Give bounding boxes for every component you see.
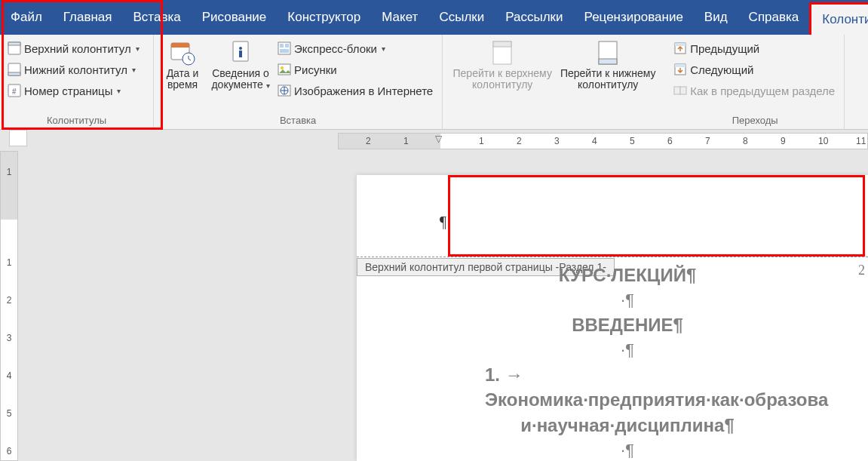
chevron-down-icon: ▾ [132, 66, 136, 74]
tab-insert[interactable]: Вставка [123, 0, 192, 35]
ruler-tick: 6 [667, 134, 673, 149]
svg-rect-27 [675, 64, 686, 67]
tab-help[interactable]: Справка [738, 0, 810, 35]
page-number-icon: # [8, 84, 21, 97]
group-transitions: Предыдущий Следующий Как в предыдущем ра… [666, 35, 845, 129]
document-page[interactable]: ¶ Верхний колонтитул первой страницы -Ра… [357, 175, 868, 461]
svg-rect-15 [280, 49, 289, 53]
docinfo-label-2: документе [211, 78, 262, 91]
highlight-header-area [448, 175, 865, 257]
link-previous-button[interactable]: Как в предыдущем разделе [672, 80, 838, 101]
online-picture-icon [278, 84, 291, 97]
picture-icon [278, 63, 291, 76]
tab-design[interactable]: Конструктор [277, 0, 371, 35]
ruler-tick: 4 [1, 370, 17, 381]
header-label: Верхний колонтитул [24, 42, 131, 55]
svg-rect-28 [674, 87, 680, 94]
group-title-headerfooter: Колонтитулы [6, 114, 147, 128]
page-number-button[interactable]: # Номер страницы ▾ [6, 80, 143, 101]
footer-button[interactable]: Нижний колонтитул ▾ [6, 59, 143, 80]
ruler-tick: 3 [554, 134, 560, 149]
ruler-tick: 9 [781, 134, 786, 149]
group-headerfooter: Верхний колонтитул ▾ Нижний колонтитул ▾… [0, 35, 154, 129]
vertical-ruler[interactable]: 1 1 2 3 4 5 6 [0, 151, 18, 461]
goto-footer-button[interactable]: Перейти к нижнему колонтитулу [556, 38, 660, 91]
previous-icon [673, 41, 687, 55]
previous-label: Предыдущий [690, 42, 759, 55]
ribbon-tabs: Файл Главная Вставка Рисование Конструкт… [0, 0, 868, 35]
group-title-nav [449, 114, 660, 128]
tab-file[interactable]: Файл [0, 0, 53, 35]
next-button[interactable]: Следующий [672, 59, 838, 80]
datetime-button[interactable]: Дата и время [160, 38, 205, 91]
tab-review[interactable]: Рецензирование [574, 0, 694, 35]
docinfo-label-1: Сведения о [212, 68, 269, 79]
svg-rect-29 [680, 87, 686, 94]
goto-header-icon [489, 39, 516, 66]
goto-header-label-2: колонтитулу [472, 79, 532, 91]
svg-point-17 [281, 66, 284, 69]
indent-marker-icon[interactable]: ▽ [435, 134, 442, 144]
horizontal-ruler[interactable]: 2 1 ▽ 1 2 3 4 5 6 7 8 9 10 11 [338, 133, 868, 149]
ruler-tick: 5 [1, 408, 17, 419]
online-pictures-button[interactable]: Изображения в Интернете [276, 80, 436, 101]
goto-footer-icon [594, 39, 621, 66]
document-body[interactable]: КУРС·ЛЕКЦИЙ¶ ·¶ ВВЕДЕНИЕ¶ ·¶ 1. → Эконом… [387, 262, 868, 461]
paragraph-mark-icon: ¶ [440, 214, 446, 231]
next-icon [673, 63, 687, 76]
doc-para: ·¶ [387, 339, 868, 361]
quick-parts-icon [278, 41, 291, 55]
ruler-tick: 1 [1, 167, 17, 177]
goto-footer-label-1: Перейти к нижнему [560, 68, 656, 79]
tab-mailings[interactable]: Рассылки [495, 0, 573, 35]
tab-view[interactable]: Вид [694, 0, 738, 35]
previous-button[interactable]: Предыдущий [672, 38, 838, 59]
footer-icon [8, 63, 21, 76]
goto-header-button[interactable]: Перейти к верхнему колонтитулу [449, 38, 556, 91]
page-number-label: Номер страницы [24, 85, 112, 97]
tab-draw[interactable]: Рисование [192, 0, 278, 35]
chevron-down-icon: ▾ [382, 45, 385, 53]
svg-rect-14 [285, 44, 289, 48]
quickparts-label: Экспресс-блоки [294, 42, 377, 55]
ruler-corner-box [9, 130, 27, 146]
tab-home[interactable]: Главная [53, 0, 123, 35]
group-title-transitions: Переходы [672, 114, 838, 128]
ruler-tick: 8 [743, 134, 748, 149]
doc-para: ·¶ [387, 289, 868, 312]
goto-header-label-1: Перейти к верхнему [453, 68, 552, 79]
link-previous-icon [673, 84, 687, 97]
next-label: Следующий [690, 63, 753, 76]
group-navigation: Перейти к верхнему колонтитулу Перейти к… [443, 35, 666, 129]
quickparts-button[interactable]: Экспресс-блоки ▾ [276, 38, 436, 59]
docinfo-button[interactable]: Сведения о документе ▾ [208, 38, 273, 91]
pictures-button[interactable]: Рисунки [276, 59, 436, 80]
footer-label: Нижний колонтитул [24, 63, 127, 76]
tab-references[interactable]: Ссылки [428, 0, 495, 35]
svg-rect-21 [493, 41, 511, 47]
ribbon-panel: Верхний колонтитул ▾ Нижний колонтитул ▾… [0, 35, 868, 130]
document-info-icon [227, 39, 254, 66]
svg-rect-3 [8, 72, 20, 75]
ruler-tick: 2 [517, 134, 522, 149]
doc-heading-1a: 1. → Экономика·предприятия·как·образова [387, 363, 868, 412]
svg-rect-1 [8, 42, 20, 45]
tab-layout[interactable]: Макет [371, 0, 428, 35]
datetime-label-2: время [167, 79, 198, 91]
group-title-insert: Вставка [160, 114, 436, 128]
header-icon [8, 41, 21, 55]
ruler-tick: 7 [705, 134, 710, 149]
ruler-tick: 4 [592, 134, 597, 149]
doc-title-1: КУРС·ЛЕКЦИЙ¶ [387, 263, 868, 287]
ruler-tick: 1 [403, 134, 409, 149]
tab-headerfooter[interactable]: Колонтитулы [809, 2, 868, 35]
header-button[interactable]: Верхний колонтитул ▾ [6, 38, 143, 59]
doc-title-2: ВВЕДЕНИЕ¶ [387, 313, 868, 337]
chevron-down-icon: ▾ [136, 45, 140, 53]
goto-footer-label-2: колонтитулу [578, 79, 638, 91]
ruler-tick: 5 [630, 134, 635, 149]
svg-rect-25 [675, 43, 686, 46]
ruler-tick: 2 [1, 295, 17, 306]
ruler-tick: 2 [366, 134, 371, 149]
header-boundary-line [357, 257, 868, 257]
